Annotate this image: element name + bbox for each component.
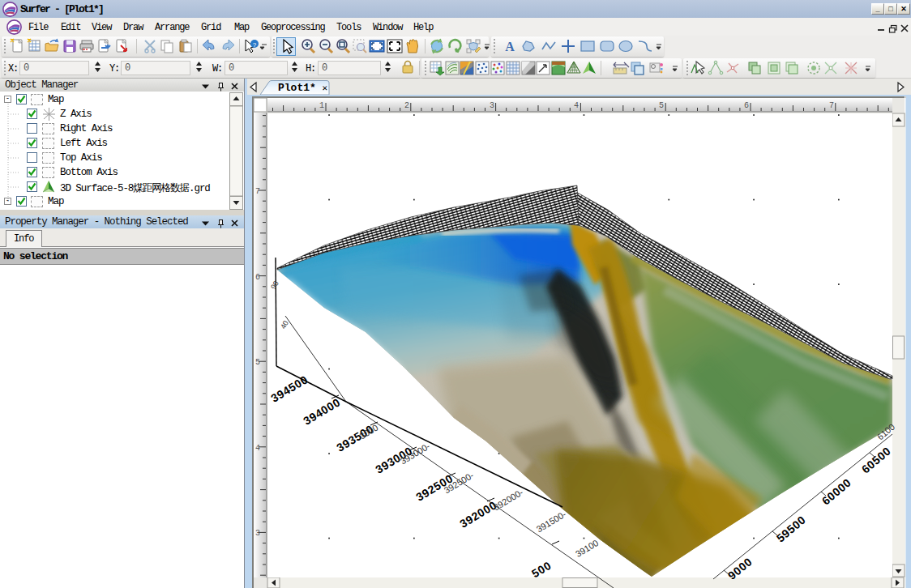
svg-text:?: ? [253,41,257,49]
svg-text:5: 5 [255,358,260,367]
svg-text:4: 4 [255,444,260,453]
svg-text:1: 1 [319,101,324,110]
svg-text:5: 5 [659,101,664,110]
svg-text:7: 7 [255,187,260,196]
svg-text:3: 3 [490,101,494,110]
svg-text:3: 3 [255,529,260,538]
svg-text:7: 7 [829,101,834,110]
svg-text:6: 6 [744,101,749,110]
svg-text:4: 4 [574,101,579,110]
svg-text:2: 2 [404,101,409,110]
svg-text:6: 6 [255,273,260,282]
svg-text:A: A [505,40,515,53]
